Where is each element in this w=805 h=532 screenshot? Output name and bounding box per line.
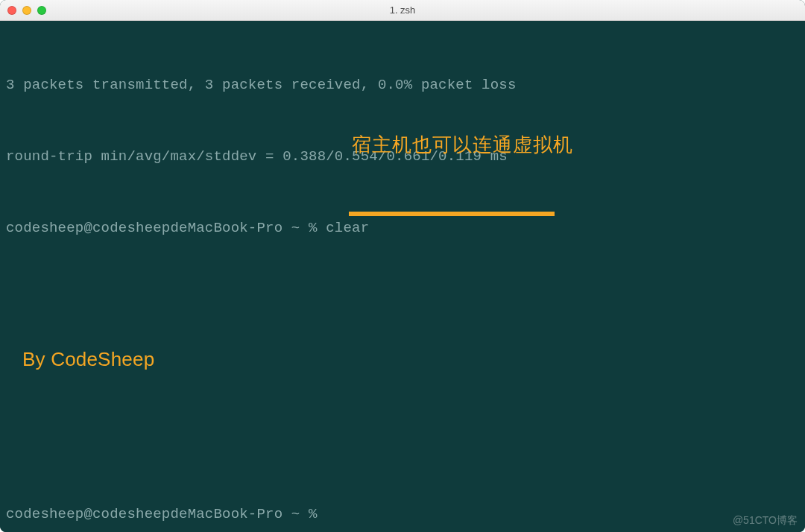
terminal-line: codesheep@codesheepdeMacBook-Pro ~ % cle… <box>6 216 799 240</box>
window-title: 1. zsh <box>0 4 805 16</box>
terminal-line: 3 packets transmitted, 3 packets receive… <box>6 73 799 97</box>
terminal-viewport[interactable]: 3 packets transmitted, 3 packets receive… <box>0 21 805 532</box>
traffic-lights <box>7 6 46 15</box>
annotation-label: 宿主机也可以连通虚拟机 <box>352 133 573 156</box>
footer-credit: @51CTO博客 <box>733 514 798 528</box>
close-icon[interactable] <box>7 6 16 15</box>
terminal-line <box>6 431 799 455</box>
watermark-label: By CodeSheep <box>22 347 154 371</box>
titlebar[interactable]: 1. zsh <box>0 0 805 21</box>
minimize-icon[interactable] <box>22 6 31 15</box>
terminal-line: codesheep@codesheepdeMacBook-Pro ~ % <box>6 502 799 526</box>
terminal-line <box>6 288 799 311</box>
terminal-window: 1. zsh 3 packets transmitted, 3 packets … <box>0 0 805 532</box>
zoom-icon[interactable] <box>37 6 46 15</box>
highlight-underline <box>349 212 555 216</box>
